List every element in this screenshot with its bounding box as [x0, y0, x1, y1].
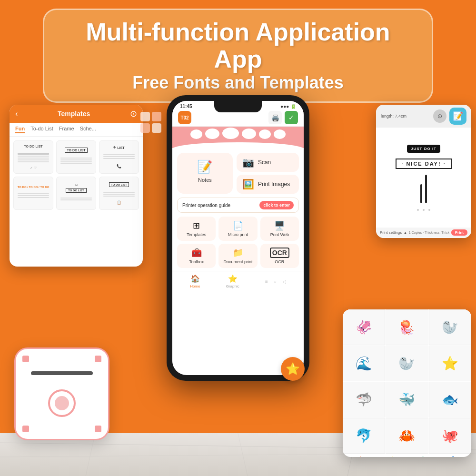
corner-bl — [22, 426, 29, 432]
deco-square — [152, 112, 161, 121]
br-mall-icon: 🛍️ — [421, 456, 426, 457]
sticker-item[interactable]: 🦭 — [429, 309, 471, 345]
deco-square — [152, 123, 161, 133]
stickers-grid: 🦑 🪼 🦭 🌊 🦭 ⭐ 🦈 🐳 🐟 🐬 🦀 🐙 — [343, 309, 471, 454]
sticker-item[interactable]: 🐟 — [429, 382, 471, 417]
top-menu-row: 📝 Notes 📷 Scan 🖼️ Print Images — [177, 153, 299, 194]
deco-line — [425, 175, 427, 203]
left-screen-templates: ‹ Templates ⊙ Fun To-do List Frame Sche.… — [10, 105, 143, 267]
br-nav-home[interactable]: 🏠 Home — [356, 456, 366, 457]
time-display: 11:45 — [180, 104, 192, 109]
tab-fun[interactable]: Fun — [15, 126, 25, 133]
toolbox-item[interactable]: 🧰 Toolbox — [177, 244, 216, 268]
connectivity-icons: ●●● 🔋 — [280, 104, 296, 109]
paper-slot — [31, 371, 93, 375]
tab-todo[interactable]: To-do List — [30, 126, 53, 133]
ocr-icon: OCR — [270, 248, 289, 258]
printer-guide-bar: Printer operation guide click to enter — [177, 198, 299, 213]
print-settings-label: Print settings — [380, 230, 402, 235]
system-nav: ≡ ○ ◁ — [265, 274, 286, 288]
templates-label: Templates — [187, 232, 206, 237]
micro-print-icon: 📄 — [233, 220, 243, 231]
print-images-item[interactable]: 🖼️ Print Images — [237, 175, 299, 194]
template-item[interactable]: TO DO LIST 📋 — [99, 177, 139, 210]
nav-graphic[interactable]: ⭐ Graphic — [226, 274, 239, 288]
nav-dots — [376, 238, 471, 238]
sticker-item[interactable]: 🐬 — [343, 418, 385, 454]
sticker-icon: 🐙 — [442, 428, 458, 444]
doc-print-item[interactable]: 📁 Document print — [218, 244, 257, 268]
phone-notch — [214, 101, 262, 112]
menu-small-grid: ⊞ Templates 📄 Micro print 🖥️ Print Web 🧰… — [177, 217, 299, 268]
sticker-item[interactable]: 🦑 — [343, 309, 385, 345]
print-info: 1 Copies · Thickness: Thick — [409, 231, 449, 234]
print-images-label: Print Images — [258, 181, 290, 188]
printer-guide-text: Printer operation guide — [182, 203, 230, 208]
right-top-header: length: 7.4cm ⊙ 📝 — [376, 105, 471, 128]
sticker-icon: 🦀 — [398, 428, 415, 444]
search-icon[interactable]: ⊙ — [130, 109, 137, 119]
deco-line — [420, 184, 422, 203]
star-decoration: ⭐ — [281, 357, 305, 381]
sticker-icon: 🦑 — [356, 319, 372, 335]
template-item[interactable]: ☑ TO DO LIST — [56, 177, 96, 210]
phone-body: 11:45 ●●● 🔋 T02 🖨️ ✓ — [167, 95, 309, 381]
br-nav-mall[interactable]: 🛍️ Mall — [420, 456, 427, 457]
app-header-icons: 🖨️ ✓ — [268, 111, 298, 124]
nav-home[interactable]: 🏠 Home — [190, 274, 200, 288]
notes-label: Notes — [198, 177, 212, 183]
header-subtitle: Free Fonts and Templates — [63, 73, 413, 93]
graphic-label: Graphic — [226, 284, 239, 288]
br-nav-graphic[interactable]: ⭐ Graphic — [386, 456, 399, 457]
template-item[interactable]: TO DO LIST — [56, 140, 96, 174]
sticker-icon: 🦈 — [356, 392, 372, 407]
br-nav-profile[interactable]: 👤 Profile — [448, 456, 459, 457]
camera-icon[interactable]: ⊙ — [433, 109, 446, 123]
click-enter-button[interactable]: click to enter — [259, 201, 294, 209]
app-tag: T02 — [180, 115, 188, 120]
sticker-item[interactable]: 🪼 — [386, 309, 428, 345]
ocr-item[interactable]: OCR OCR — [260, 244, 299, 268]
print-bar: Print settings ▲ 1 Copies · Thickness: T… — [376, 228, 471, 238]
deco-square — [140, 112, 150, 121]
templates-grid: TO DO LIST ✓ ♡ TO DO LIST ✈ LIST — [10, 137, 143, 214]
sticker-item[interactable]: 🐳 — [386, 382, 428, 417]
print-web-item[interactable]: 🖥️ Print Web — [260, 217, 299, 241]
templates-header: ‹ Templates ⊙ — [10, 105, 143, 123]
sticker-item[interactable]: 🌊 — [343, 346, 385, 381]
print-button[interactable]: Print — [451, 229, 467, 236]
dot-row — [417, 209, 430, 211]
templates-item[interactable]: ⊞ Templates — [177, 217, 216, 241]
deco-square — [140, 123, 150, 133]
sticker-item[interactable]: 🐙 — [429, 418, 471, 454]
br-graphic-icon: ⭐ — [390, 456, 395, 457]
printer-icon-btn[interactable]: 🖨️ — [268, 111, 282, 124]
sticker-icon: 🦭 — [398, 356, 415, 371]
micro-print-item[interactable]: 📄 Micro print — [218, 217, 257, 241]
tagline: JUST DO IT — [407, 145, 440, 153]
template-item[interactable]: ✈ LIST 📞 — [99, 140, 139, 174]
scan-menu-item[interactable]: 📷 Scan — [237, 153, 299, 172]
power-button[interactable] — [48, 389, 76, 417]
notes-edit-icon[interactable]: 📝 — [449, 108, 466, 125]
tab-frame[interactable]: Frame — [59, 126, 74, 133]
sticker-icon: 🐳 — [398, 392, 415, 407]
template-item[interactable]: TO DO LIST ✓ ♡ — [13, 140, 53, 174]
phone-screen: 11:45 ●●● 🔋 T02 🖨️ ✓ — [172, 101, 304, 375]
doc-print-label: Document print — [223, 259, 252, 264]
sticker-item[interactable]: 🦈 — [343, 382, 385, 417]
menu-nav: ≡ — [265, 279, 268, 284]
template-item[interactable]: TO DO / TO DO / TO DO — [13, 177, 53, 210]
doc-print-icon: 📁 — [233, 248, 243, 258]
print-web-label: Print Web — [270, 232, 289, 237]
home-label: Home — [190, 284, 200, 288]
sticker-item[interactable]: 🦀 — [386, 418, 428, 454]
sticker-icon: 🦭 — [442, 319, 458, 335]
check-icon-btn[interactable]: ✓ — [285, 111, 298, 124]
power-button-inner — [55, 396, 69, 410]
sticker-item[interactable]: 🦭 — [386, 346, 428, 381]
notes-menu-item[interactable]: 📝 Notes — [177, 153, 233, 194]
sticker-item[interactable]: ⭐ — [429, 346, 471, 381]
tab-schedule[interactable]: Sche... — [80, 126, 96, 133]
scan-label: Scan — [258, 159, 271, 166]
